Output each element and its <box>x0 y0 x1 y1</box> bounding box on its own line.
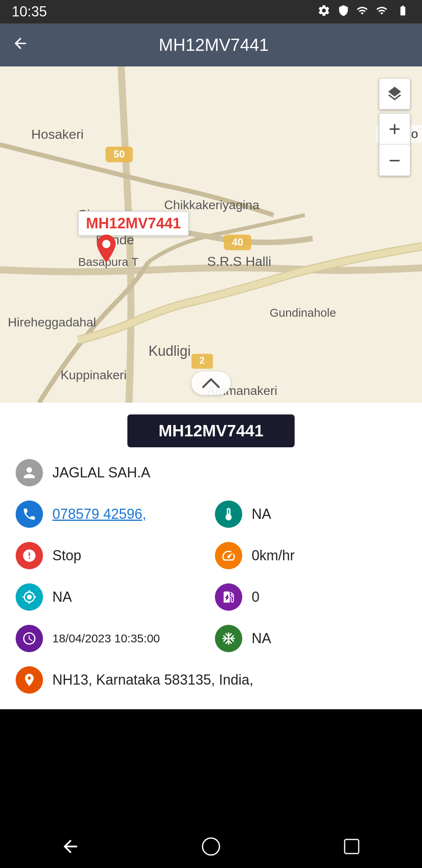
speed-item: 0km/hr <box>215 542 406 569</box>
gps-value: NA <box>52 589 72 605</box>
zoom-out-button[interactable]: − <box>379 145 410 176</box>
address-row: NH13, Karnataka 583135, India, <box>16 666 406 694</box>
wifi-icon <box>375 5 388 19</box>
speed-value: 0km/hr <box>252 547 295 564</box>
status-time: 10:35 <box>12 4 47 20</box>
status-value: Stop <box>52 547 81 564</box>
gps-icon <box>16 583 43 611</box>
signal-icon <box>356 4 368 20</box>
temperature-icon <box>215 500 242 528</box>
shield-icon <box>338 4 349 20</box>
address-icon <box>16 666 43 694</box>
info-grid: 078579 42596, NA Stop <box>16 500 406 652</box>
fuel-item: 0 <box>215 583 406 611</box>
map-pin <box>92 235 120 274</box>
status-item: Stop <box>16 542 207 569</box>
temperature-value: NA <box>252 506 271 522</box>
svg-text:S.R.S Halli: S.R.S Halli <box>207 254 271 269</box>
nav-home-button[interactable] <box>195 831 227 862</box>
nav-recent-button[interactable] <box>336 831 367 862</box>
ac-icon <box>215 625 242 652</box>
svg-text:Hireheggadahal: Hireheggadahal <box>8 315 96 329</box>
driver-row: JAGLAL SAH.A <box>16 459 406 486</box>
temperature-item: NA <box>215 500 406 528</box>
datetime-value: 18/04/2023 10:35:00 <box>52 632 160 645</box>
settings-icon <box>317 4 331 20</box>
status-icons <box>317 4 410 20</box>
status-icon <box>16 542 43 569</box>
phone-number[interactable]: 078579 42596, <box>52 506 146 522</box>
map-area[interactable]: 50 40 2 Hosakeri Sivapura Chikkakeriyagi… <box>0 66 422 403</box>
page-title: MH12MV7441 <box>41 35 387 55</box>
svg-point-19 <box>202 838 219 855</box>
nav-back-button[interactable] <box>55 831 86 862</box>
svg-text:40: 40 <box>232 236 243 248</box>
svg-text:Hosakeri: Hosakeri <box>31 127 84 142</box>
phone-item: 078579 42596, <box>16 500 207 528</box>
map-vehicle-label: MH12MV7441 <box>78 211 189 236</box>
svg-point-18 <box>102 240 111 248</box>
back-button[interactable] <box>12 35 29 55</box>
zoom-in-button[interactable]: + <box>379 113 410 145</box>
vehicle-title-bar: MH12MV7441 <box>16 403 406 459</box>
svg-text:Chikkakeriyagina: Chikkakeriyagina <box>164 198 259 212</box>
driver-icon <box>16 459 43 486</box>
svg-text:50: 50 <box>114 148 125 160</box>
fuel-icon <box>215 583 242 611</box>
nav-bar <box>0 825 422 868</box>
layers-button[interactable] <box>379 78 410 109</box>
svg-text:Kudligi: Kudligi <box>148 343 191 359</box>
phone-icon <box>16 500 43 528</box>
vehicle-badge: MH12MV7441 <box>127 414 295 447</box>
vehicle-info-panel: MH12MV7441 JAGLAL SAH.A 078579 42596, <box>0 403 422 709</box>
fuel-value: 0 <box>252 589 259 605</box>
datetime-item: 18/04/2023 10:35:00 <box>16 625 207 652</box>
svg-text:Kuppinakeri: Kuppinakeri <box>61 368 127 382</box>
svg-text:Gundinahole: Gundinahole <box>270 306 336 319</box>
speed-icon <box>215 542 242 569</box>
collapse-button[interactable] <box>191 371 231 395</box>
battery-icon <box>395 5 410 19</box>
status-bar: 10:35 <box>0 0 422 23</box>
driver-name: JAGLAL SAH.A <box>52 464 150 481</box>
ac-value: NA <box>252 630 271 647</box>
gps-item: NA <box>16 583 207 611</box>
address-value: NH13, Karnataka 583135, India, <box>52 672 253 688</box>
ac-item: NA <box>215 625 406 652</box>
svg-text:2: 2 <box>199 355 204 366</box>
map-controls: + − <box>379 78 410 176</box>
datetime-icon <box>16 625 43 652</box>
app-bar: MH12MV7441 <box>0 23 422 66</box>
svg-rect-20 <box>345 839 359 854</box>
